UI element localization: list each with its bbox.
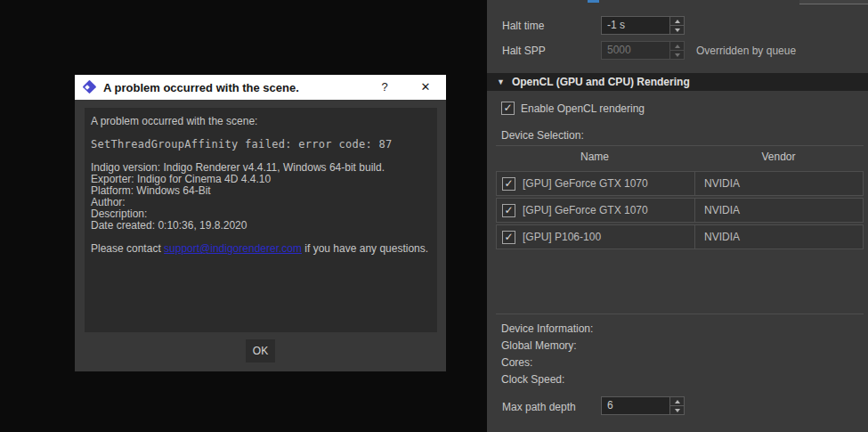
table-row[interactable]: ✓ [GPU] GeForce GTX 1070 NVIDIA [496, 198, 864, 223]
message-panel: A problem occurred with the scene: SetTh… [85, 108, 437, 332]
checkmark-icon: ✓ [502, 102, 514, 114]
max-path-depth-value: 6 [607, 397, 613, 414]
column-divider [694, 172, 695, 195]
dialog-titlebar[interactable]: A problem occurred with the scene. ? ✕ [75, 75, 446, 100]
halt-time-input[interactable]: -1 s [601, 16, 685, 35]
spin-down-icon[interactable] [670, 406, 684, 414]
cutoff-checkbox-fragment [588, 0, 599, 3]
support-email-link[interactable]: support@indigorenderer.com [164, 242, 302, 255]
table-row[interactable]: ✓ [GPU] P106-100 NVIDIA [496, 224, 864, 249]
checkmark-icon: ✓ [503, 205, 515, 216]
device-vendor: NVIDIA [704, 172, 740, 195]
table-row[interactable]: ✓ [GPU] GeForce GTX 1070 NVIDIA [496, 171, 864, 196]
checkmark-icon: ✓ [503, 178, 515, 190]
cutoff-field-fragment [799, 0, 868, 4]
device-name: [GPU] P106-100 [523, 225, 601, 249]
render-settings-panel: Halt time -1 s Halt SPP 5000 Overridden … [487, 0, 868, 432]
clock-speed-label: Clock Speed: [501, 373, 564, 386]
desktop: A problem occurred with the scene. ? ✕ A… [0, 0, 868, 432]
enable-opencl-checkbox[interactable]: ✓ [501, 102, 515, 115]
device-checkbox[interactable]: ✓ [502, 177, 515, 191]
halt-spp-spinner [669, 42, 684, 59]
opencl-section-title: OpenCL (GPU and CPU) Rendering [512, 76, 690, 88]
max-path-depth-label: Max path depth [502, 401, 576, 413]
collapse-triangle-icon[interactable]: ▼ [497, 77, 505, 86]
column-header-name[interactable]: Name [496, 151, 694, 163]
max-path-depth-spinner [669, 397, 684, 414]
spin-up-icon [670, 42, 684, 51]
halt-spp-label: Halt SPP [502, 45, 546, 57]
device-information-label: Device Information: [501, 322, 593, 335]
contact-prefix: Please contact [91, 242, 164, 255]
spin-down-icon [670, 51, 684, 59]
table-header-divider [496, 145, 864, 146]
opencl-section-header[interactable]: ▼ OpenCL (GPU and CPU) Rendering [487, 73, 868, 91]
help-button[interactable]: ? [375, 75, 394, 100]
info-line: Platform: Windows 64-Bit [91, 185, 431, 197]
column-divider [694, 199, 695, 222]
halt-time-value: -1 s [607, 17, 625, 34]
max-path-depth-input[interactable]: 6 [601, 396, 685, 415]
device-vendor: NVIDIA [704, 225, 740, 249]
column-divider [694, 225, 695, 249]
overridden-note: Overridden by queue [696, 45, 796, 57]
global-memory-label: Global Memory: [501, 339, 577, 352]
spin-up-icon[interactable] [670, 397, 684, 406]
contact-suffix: if you have any questions. [302, 242, 428, 255]
info-line: Date created: 0:10:36, 19.8.2020 [91, 220, 431, 232]
halt-spp-input: 5000 [601, 41, 685, 60]
device-name: [GPU] GeForce GTX 1070 [523, 199, 648, 222]
spin-up-icon[interactable] [670, 17, 684, 26]
close-icon[interactable]: ✕ [416, 75, 435, 100]
error-code-line: SetThreadGroupAffinity failed: error cod… [91, 139, 431, 151]
message-line: A problem occurred with the scene: [91, 116, 431, 127]
contact-line: Please contact support@indigorenderer.co… [91, 243, 431, 255]
device-checkbox[interactable]: ✓ [502, 231, 515, 244]
device-vendor: NVIDIA [704, 199, 740, 222]
error-dialog: A problem occurred with the scene. ? ✕ A… [75, 75, 446, 371]
ok-button[interactable]: OK [246, 339, 275, 363]
halt-time-label: Halt time [502, 20, 544, 32]
spin-down-icon[interactable] [670, 26, 684, 34]
cores-label: Cores: [501, 356, 532, 369]
device-selection-label: Device Selection: [501, 129, 584, 142]
device-table: ✓ [GPU] GeForce GTX 1070 NVIDIA ✓ [GPU] … [496, 171, 864, 251]
checkmark-icon: ✓ [503, 232, 515, 243]
column-header-vendor[interactable]: Vendor [694, 151, 864, 163]
enable-opencl-label: Enable OpenCL rendering [521, 102, 645, 115]
device-checkbox[interactable]: ✓ [502, 204, 515, 217]
device-name: [GPU] GeForce GTX 1070 [523, 172, 648, 195]
dialog-title: A problem occurred with the scene. [103, 81, 299, 94]
halt-spp-value: 5000 [607, 42, 631, 59]
halt-time-spinner [669, 17, 684, 34]
section-divider [496, 314, 864, 314]
indigo-logo-icon [83, 80, 97, 94]
